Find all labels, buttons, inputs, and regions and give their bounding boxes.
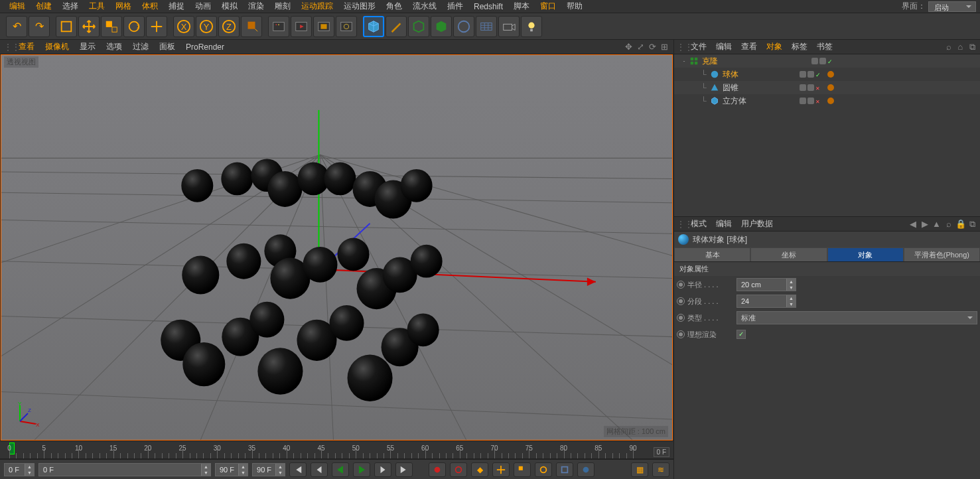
tree-label[interactable]: 立方体 bbox=[721, 96, 798, 107]
menu-help[interactable]: 帮助 bbox=[561, 0, 588, 13]
next-key-button[interactable] bbox=[374, 462, 391, 477]
menu-plugins[interactable]: 插件 bbox=[442, 0, 468, 13]
vp-menu-filter[interactable]: 过滤 bbox=[127, 40, 154, 54]
enable-flag[interactable] bbox=[815, 98, 822, 104]
vp-menu-camera[interactable]: 摄像机 bbox=[40, 40, 74, 54]
tree-row[interactable]: └立方体 bbox=[674, 94, 980, 107]
scale-tool[interactable] bbox=[101, 16, 122, 37]
layout-dropdown[interactable]: 启动 bbox=[928, 1, 976, 12]
menu-pipeline[interactable]: 流水线 bbox=[407, 0, 442, 13]
menu-motiontrack[interactable]: 运动跟踪 bbox=[296, 0, 338, 13]
axis-z-button[interactable]: Z bbox=[218, 16, 240, 37]
om-menu-object[interactable]: 对象 bbox=[762, 40, 787, 54]
light-button[interactable] bbox=[521, 16, 542, 37]
vp-nav-layout-icon[interactable]: ⊞ bbox=[659, 42, 669, 52]
vp-menu-display[interactable]: 显示 bbox=[74, 40, 101, 54]
attr-tab-basic[interactable]: 基本 bbox=[674, 247, 750, 261]
anim-dot[interactable] bbox=[677, 297, 685, 305]
anim-dot[interactable] bbox=[677, 330, 685, 338]
fcurve-button[interactable]: ≋ bbox=[652, 462, 669, 477]
type-dropdown[interactable]: 标准 bbox=[736, 311, 977, 324]
primitive-cube-button[interactable] bbox=[363, 16, 384, 37]
menu-mograph[interactable]: 运动图形 bbox=[338, 0, 381, 13]
deformer-button[interactable] bbox=[431, 16, 452, 37]
menu-render[interactable]: 渲染 bbox=[243, 0, 269, 13]
anim-dot[interactable] bbox=[677, 281, 685, 289]
menu-sculpt[interactable]: 雕刻 bbox=[269, 0, 296, 13]
enable-flag[interactable] bbox=[815, 71, 822, 78]
nav-up-icon[interactable]: ▲ bbox=[932, 219, 942, 230]
axis-y-button[interactable]: Y bbox=[196, 16, 217, 37]
attr-menu-mode[interactable]: 模式 bbox=[686, 217, 711, 231]
phong-tag-icon[interactable] bbox=[827, 84, 834, 91]
search-icon[interactable]: ⌕ bbox=[944, 219, 953, 230]
select-tool[interactable] bbox=[56, 16, 77, 37]
ideal-checkbox[interactable]: ✓ bbox=[736, 330, 746, 339]
lock-icon[interactable]: 🔒 bbox=[955, 219, 965, 230]
grip-icon[interactable]: ⋮⋮ bbox=[677, 42, 686, 52]
perspective-viewport[interactable]: 透视视图 网格间距 : 100 cm Y X Z bbox=[1, 54, 673, 441]
visibility-render-dot[interactable] bbox=[807, 84, 814, 91]
vp-nav-zoom-icon[interactable]: ⤢ bbox=[635, 42, 646, 52]
record-button[interactable] bbox=[429, 462, 446, 477]
menu-select[interactable]: 选择 bbox=[57, 0, 84, 13]
attr-tab-object[interactable]: 对象 bbox=[827, 247, 904, 261]
prev-key-button[interactable] bbox=[311, 462, 328, 477]
menu-script[interactable]: 脚本 bbox=[508, 0, 535, 13]
frame-start-field[interactable]: 0 F▲▼ bbox=[4, 463, 35, 476]
menu-simulate[interactable]: 模拟 bbox=[216, 0, 243, 13]
redo-button[interactable]: ↷ bbox=[29, 16, 50, 37]
menu-edit[interactable]: 编辑 bbox=[4, 0, 31, 13]
menu-create[interactable]: 创建 bbox=[31, 0, 57, 13]
popout-icon[interactable]: ⧉ bbox=[967, 219, 977, 230]
key-rot-button[interactable] bbox=[535, 462, 552, 477]
menu-character[interactable]: 角色 bbox=[381, 0, 407, 13]
tree-row[interactable]: └圆锥 bbox=[674, 81, 980, 94]
segments-field[interactable]: 24▲▼ bbox=[736, 295, 796, 308]
tree-label[interactable]: 克隆 bbox=[701, 56, 810, 67]
goto-end-button[interactable] bbox=[395, 462, 413, 477]
dopesheet-button[interactable]: ▦ bbox=[631, 462, 648, 477]
radius-field[interactable]: 20 cm▲▼ bbox=[736, 278, 796, 291]
visibility-render-dot[interactable] bbox=[807, 98, 814, 104]
object-tree[interactable]: -克隆└球体└圆锥└立方体 bbox=[674, 54, 980, 216]
grip-icon[interactable]: ⋮⋮ bbox=[677, 220, 686, 229]
visibility-editor-dot[interactable] bbox=[800, 71, 806, 78]
timeline-ruler[interactable]: 0 F 051015202530354045505560657075808590 bbox=[0, 441, 673, 459]
om-menu-tags[interactable]: 标签 bbox=[787, 40, 812, 54]
vp-menu-options[interactable]: 选项 bbox=[101, 40, 127, 54]
play-button[interactable] bbox=[353, 462, 370, 477]
vp-menu-prorender[interactable]: ProRender bbox=[180, 41, 230, 53]
attr-tab-coord[interactable]: 坐标 bbox=[750, 247, 827, 261]
key-pla-button[interactable] bbox=[577, 462, 595, 477]
key-param-button[interactable] bbox=[556, 462, 573, 477]
vp-menu-panel[interactable]: 面板 bbox=[154, 40, 180, 54]
tree-label[interactable]: 球体 bbox=[721, 69, 798, 80]
spline-pen-button[interactable] bbox=[385, 16, 407, 37]
play-back-button[interactable] bbox=[332, 462, 349, 477]
range-end-field[interactable]: 90 F▲▼ bbox=[215, 463, 248, 476]
camera-grid-button[interactable] bbox=[476, 16, 497, 37]
visibility-render-dot[interactable] bbox=[819, 58, 826, 64]
coord-sys-button[interactable] bbox=[241, 16, 262, 37]
phong-tag-icon[interactable] bbox=[827, 98, 834, 104]
environment-button[interactable] bbox=[453, 16, 474, 37]
autokey-button[interactable] bbox=[450, 462, 467, 477]
enable-flag[interactable] bbox=[815, 84, 822, 91]
menu-snap[interactable]: 捕捉 bbox=[163, 0, 190, 13]
vp-nav-rotate-icon[interactable]: ⟳ bbox=[647, 42, 658, 52]
menu-volume[interactable]: 体积 bbox=[137, 0, 163, 13]
undo-button[interactable]: ↶ bbox=[6, 16, 27, 37]
camera-button[interactable] bbox=[498, 16, 520, 37]
anim-dot[interactable] bbox=[677, 314, 685, 322]
om-menu-edit[interactable]: 编辑 bbox=[711, 40, 736, 54]
attr-tab-phong[interactable]: 平滑着色(Phong) bbox=[904, 247, 980, 261]
menu-animate[interactable]: 动画 bbox=[190, 0, 216, 13]
nav-fwd-icon[interactable]: ▶ bbox=[920, 219, 930, 230]
key-pos-button[interactable] bbox=[492, 462, 510, 477]
nav-back-icon[interactable]: ◀ bbox=[908, 219, 918, 230]
menu-window[interactable]: 窗口 bbox=[535, 0, 561, 13]
attr-menu-edit[interactable]: 编辑 bbox=[711, 217, 736, 231]
tree-row[interactable]: -克隆 bbox=[674, 54, 980, 68]
render-pv-button[interactable] bbox=[313, 16, 334, 37]
